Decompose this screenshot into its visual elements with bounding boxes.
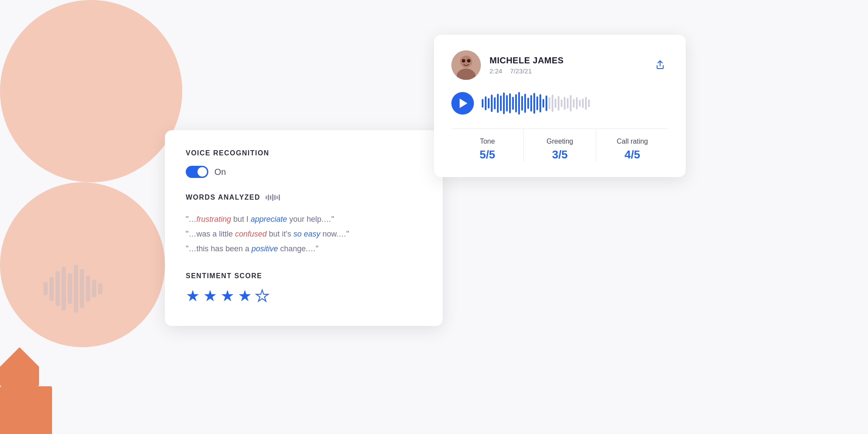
svg-point-3 — [462, 59, 465, 62]
waveform-icon — [266, 194, 280, 201]
quote1-negative: frustrating — [196, 215, 231, 224]
toggle-row: On — [186, 166, 422, 178]
call-card-header: MICHELE JAMES 2:24 7/23/21 — [451, 50, 668, 80]
metric-call-rating-label: Call rating — [596, 138, 668, 145]
quote2-positive: so easy — [293, 230, 320, 238]
voice-recognition-title: VOICE RECOGNITION — [186, 149, 422, 157]
toggle-label: On — [214, 167, 226, 177]
star-5-empty: ★ — [255, 287, 269, 305]
quote2-negative: confused — [235, 230, 266, 238]
metric-call-rating-value: 4/5 — [596, 148, 668, 161]
call-card: MICHELE JAMES 2:24 7/23/21 — [434, 35, 686, 177]
quote-line-2: "…was a little confused but it's so easy… — [186, 227, 422, 241]
avatar — [451, 50, 481, 80]
metric-tone: Tone 5/5 — [451, 129, 523, 161]
quote2-mid: but it's — [267, 230, 293, 238]
quote2-prefix: "…was a little — [186, 230, 235, 238]
star-4: ★ — [238, 287, 252, 305]
quote1-positive: appreciate — [250, 215, 287, 224]
sentiment-score-title: SENTIMENT SCORE — [186, 272, 422, 280]
quote-line-3: "…this has been a positive change.…" — [186, 241, 422, 256]
caller-info: MICHELE JAMES 2:24 7/23/21 — [451, 50, 564, 80]
cards-container: VOICE RECOGNITION On WORDS ANALYZED "…fr… — [165, 35, 686, 399]
quote1-mid: but I — [231, 215, 250, 224]
svg-point-4 — [467, 59, 470, 62]
bg-rect-orange-right — [0, 386, 52, 434]
player-row — [451, 92, 668, 115]
words-analyzed-row: WORDS ANALYZED — [186, 194, 422, 201]
quote2-suffix: now.…" — [320, 230, 349, 238]
metric-tone-value: 5/5 — [451, 148, 523, 161]
analyzed-quotes: "…frustrating but I appreciate your help… — [186, 212, 422, 256]
svg-point-1 — [460, 56, 472, 68]
quote1-prefix: "… — [186, 215, 196, 224]
bg-waveform-decoration — [43, 265, 102, 312]
metric-tone-label: Tone — [451, 138, 523, 145]
quote-line-1: "…frustrating but I appreciate your help… — [186, 212, 422, 227]
share-button[interactable] — [652, 57, 668, 73]
caller-name: MICHELE JAMES — [490, 56, 564, 66]
quote3-suffix: change.…" — [278, 244, 319, 253]
play-button[interactable] — [451, 92, 474, 115]
quote3-prefix: "…this has been a — [186, 244, 251, 253]
avatar-svg — [451, 50, 481, 80]
quote1-suffix: your help.…" — [287, 215, 334, 224]
voice-recognition-card: VOICE RECOGNITION On WORDS ANALYZED "…fr… — [165, 130, 443, 326]
call-date: 7/23/21 — [510, 67, 532, 75]
call-duration: 2:24 — [490, 67, 502, 75]
voice-recognition-toggle[interactable] — [186, 166, 208, 178]
metrics-row: Tone 5/5 Greeting 3/5 Call rating 4/5 — [451, 128, 668, 161]
caller-details: MICHELE JAMES 2:24 7/23/21 — [490, 56, 564, 75]
share-icon — [655, 60, 665, 70]
bg-rect-top — [0, 347, 39, 386]
metric-greeting-value: 3/5 — [524, 148, 596, 161]
bg-circle-left — [0, 0, 182, 182]
metric-greeting: Greeting 3/5 — [523, 129, 596, 161]
waveform-player[interactable] — [482, 92, 668, 115]
metric-greeting-label: Greeting — [524, 138, 596, 145]
quote3-positive: positive — [251, 244, 278, 253]
stars-row: ★ ★ ★ ★ ★ — [186, 287, 422, 305]
words-analyzed-title: WORDS ANALYZED — [186, 194, 260, 201]
metric-call-rating: Call rating 4/5 — [596, 129, 668, 161]
star-2: ★ — [203, 287, 217, 305]
star-3: ★ — [220, 287, 234, 305]
star-1: ★ — [186, 287, 200, 305]
caller-meta: 2:24 7/23/21 — [490, 67, 564, 75]
